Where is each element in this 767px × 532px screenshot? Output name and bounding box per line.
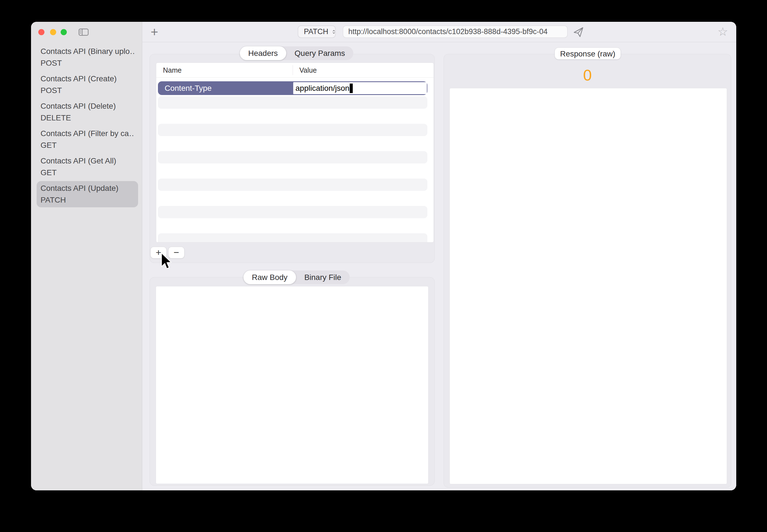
toolbar: + PATCH http://localhost:8000/contacts/c… [142, 22, 736, 42]
request-method: GET [41, 139, 134, 151]
send-request-icon[interactable] [573, 27, 584, 38]
header-row-empty[interactable] [158, 191, 428, 205]
header-name-cell: Content-Type [158, 84, 212, 93]
method-label: PATCH [298, 27, 328, 36]
header-row-empty[interactable] [158, 151, 428, 163]
main-area: + PATCH http://localhost:8000/contacts/c… [142, 22, 736, 490]
request-method: DELETE [41, 112, 134, 124]
mouse-cursor-pointer [160, 253, 172, 270]
column-header-value: Value [299, 66, 317, 74]
sidebar-item[interactable]: Contacts API (Filter by ca…GET [37, 126, 138, 153]
favorite-star-icon[interactable]: ☆ [718, 25, 728, 39]
header-row-empty[interactable] [158, 109, 428, 122]
traffic-light-minimize-button[interactable] [50, 29, 56, 35]
sidebar-item[interactable]: Contacts API (Get All)GET [37, 154, 138, 180]
table-header: Name Value [156, 63, 434, 78]
table-rows: Content-Type application/json [158, 81, 428, 243]
request-method: POST [41, 57, 134, 69]
header-value-text: application/json [293, 84, 349, 93]
tab-headers[interactable]: Headers [240, 46, 286, 60]
empty-rows [158, 96, 428, 243]
tab-query-params[interactable]: Query Params [286, 46, 353, 60]
sidebar-item[interactable]: Contacts API (Binary uplo…POST [37, 44, 138, 70]
request-title: Contacts API (Delete) [41, 100, 134, 112]
sidebar-item[interactable]: Contacts API (Delete)DELETE [37, 99, 138, 125]
header-row-empty[interactable] [158, 179, 428, 191]
response-title: Response (raw) [555, 47, 621, 60]
method-dropdown[interactable]: PATCH [298, 25, 336, 38]
url-input[interactable]: http://localhost:8000/contacts/c102b938-… [343, 25, 568, 38]
new-tab-button[interactable]: + [151, 24, 158, 40]
request-tabs: Headers Query Params [240, 46, 353, 60]
tab-raw-body[interactable]: Raw Body [243, 270, 296, 284]
tab-binary-file[interactable]: Binary File [296, 270, 350, 284]
header-row-empty[interactable] [158, 218, 428, 232]
app-window: Contacts API (Binary uplo…POSTContacts A… [31, 22, 736, 490]
sidebar-item[interactable]: Contacts API (Update)PATCH [37, 181, 138, 207]
request-title: Contacts API (Get All) [41, 155, 134, 167]
body-tabs: Raw Body Binary File [243, 270, 350, 284]
url-text: http://localhost:8000/contacts/c102b938-… [343, 27, 548, 36]
headers-table: Name Value Content-Type application/json [156, 63, 434, 243]
header-row-empty[interactable] [158, 124, 428, 136]
header-row-empty[interactable] [158, 96, 428, 109]
request-title: Contacts API (Filter by ca… [41, 128, 134, 139]
sidebar-item[interactable]: Contacts API (Create)POST [37, 72, 138, 98]
response-status-code: 0 [444, 66, 731, 84]
chevron-up-down-icon [332, 28, 335, 36]
header-row-empty[interactable] [158, 136, 428, 150]
traffic-light-zoom-button[interactable] [61, 29, 67, 35]
text-caret [350, 84, 353, 93]
request-method: POST [41, 85, 134, 96]
request-title: Contacts API (Update) [41, 182, 134, 194]
request-list: Contacts API (Binary uplo…POSTContacts A… [31, 44, 142, 208]
sidebar-toggle-icon[interactable] [79, 29, 89, 36]
raw-body-editor[interactable] [156, 286, 429, 484]
traffic-light-close-button[interactable] [38, 29, 44, 35]
sidebar: Contacts API (Binary uplo…POSTContacts A… [31, 22, 142, 490]
response-body [450, 88, 727, 484]
request-method: GET [41, 167, 134, 179]
header-row-selected[interactable]: Content-Type application/json [158, 81, 428, 95]
request-title: Contacts API (Binary uplo… [41, 46, 134, 57]
request-method: PATCH [41, 194, 134, 206]
column-header-name: Name [163, 66, 182, 74]
header-row-empty[interactable] [158, 206, 428, 218]
header-row-empty[interactable] [158, 233, 428, 243]
header-row-empty[interactable] [158, 163, 428, 177]
header-value-input[interactable]: application/json [293, 82, 427, 94]
request-title: Contacts API (Create) [41, 73, 134, 85]
